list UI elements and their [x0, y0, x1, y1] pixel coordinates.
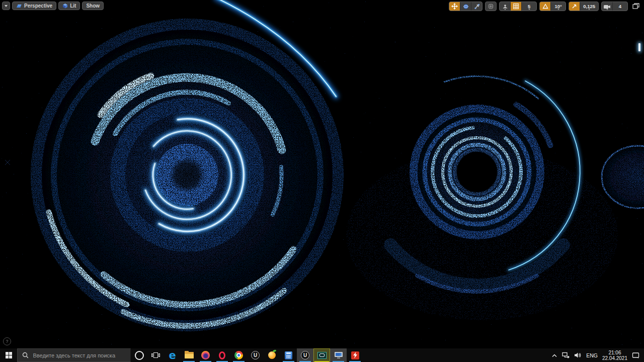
language-indicator[interactable]: ENG — [586, 352, 598, 358]
scale-snap-toggle-button[interactable] — [569, 2, 580, 11]
surface-snap-button[interactable] — [500, 2, 511, 11]
grid-icon — [513, 4, 519, 9]
chrome-icon — [234, 351, 243, 359]
tray-time: 21:06 — [602, 350, 627, 355]
grid-snap-value[interactable]: 5 — [522, 2, 536, 11]
taskbar-item-firefox[interactable] — [197, 348, 214, 362]
volume-icon[interactable] — [574, 352, 582, 358]
show-menu-button[interactable]: Show — [82, 2, 104, 10]
move-tool-button[interactable] — [449, 2, 460, 11]
tray-clock[interactable]: 21:06 22.04.2021 — [602, 350, 627, 361]
transform-tools-group — [449, 2, 482, 11]
help-button[interactable]: ? — [3, 337, 11, 345]
search-icon — [22, 352, 28, 358]
lit-cube-icon — [62, 3, 68, 9]
scale-snap-icon — [572, 4, 577, 9]
taskbar-item-fl-studio[interactable] — [264, 348, 280, 362]
grid-snap-group: 5 — [499, 2, 537, 11]
taskbar-item-video-app[interactable] — [330, 348, 347, 362]
taskbar-item-task-view[interactable] — [147, 348, 164, 362]
show-label: Show — [86, 2, 100, 10]
calculator-icon — [285, 351, 292, 359]
perspective-label: Perspective — [24, 2, 52, 10]
rotation-snap-group: 10° — [539, 2, 566, 11]
globe-icon — [488, 3, 494, 10]
scale-tool-icon — [474, 4, 480, 10]
camera-speed-button[interactable] — [602, 2, 613, 11]
taskbar-item-unreal-editor[interactable]: U — [297, 348, 313, 362]
firefox-icon — [201, 351, 210, 359]
taskbar-item-cortana[interactable] — [131, 348, 147, 362]
task-view-icon — [151, 352, 160, 358]
angle-snap-icon — [542, 4, 548, 9]
unreal-engine-icon: U — [251, 351, 260, 359]
help-question-glyph: ? — [6, 339, 8, 344]
taskbar-item-file-explorer[interactable] — [181, 348, 197, 362]
taskbar-item-lightning-app[interactable] — [347, 348, 363, 362]
lightning-app-icon — [351, 351, 359, 359]
taskbar-item-unreal-engine[interactable]: U — [247, 348, 264, 362]
cortana-icon — [135, 351, 144, 360]
scale-snap-value[interactable]: 0,125 — [580, 2, 598, 11]
game-preview-icon — [317, 352, 327, 359]
rotate-tool-icon — [463, 4, 469, 10]
start-button[interactable] — [0, 348, 17, 362]
viewport-options-dropdown[interactable] — [2, 2, 10, 10]
viewport-toolbar-right: 5 10° 0,125 4 — [449, 2, 641, 11]
camera-speed-value[interactable]: 4 — [613, 2, 627, 11]
search-input[interactable] — [32, 352, 126, 359]
lit-mode-button[interactable]: Lit — [58, 2, 80, 10]
lit-label: Lit — [70, 2, 76, 10]
camera-speed-group: 4 — [601, 2, 628, 11]
tray-date: 22.04.2021 — [602, 355, 627, 361]
surface-snap-icon — [502, 4, 508, 9]
scale-tool-button[interactable] — [471, 2, 482, 11]
world-space-toggle-button[interactable] — [486, 2, 496, 11]
windows-taskbar: e U U ENG 21:06 22.04.2021 — [0, 348, 644, 362]
taskbar-item-game-preview[interactable] — [313, 348, 330, 362]
perspective-button[interactable]: Perspective — [12, 2, 56, 10]
taskbar-item-edge[interactable]: e — [164, 348, 181, 362]
rotate-tool-button[interactable] — [460, 2, 471, 11]
grid-snap-toggle-button[interactable] — [511, 2, 522, 11]
network-ethernet-icon[interactable] — [562, 352, 570, 358]
unreal-editor-icon: U — [301, 351, 309, 359]
chevron-down-icon — [5, 5, 8, 7]
restore-viewport-icon — [632, 3, 639, 10]
taskbar-item-calculator[interactable] — [280, 348, 297, 362]
edge-icon: e — [169, 351, 176, 360]
video-app-icon — [335, 352, 343, 358]
taskbar-item-opera[interactable] — [214, 348, 230, 362]
windows-logo-icon — [6, 352, 12, 358]
viewport-3d-scene[interactable] — [0, 0, 644, 348]
coordinate-space-group — [485, 2, 497, 11]
taskbar-search-box[interactable] — [17, 348, 131, 362]
scale-snap-group: 0,125 — [569, 2, 599, 11]
rotation-snap-toggle-button[interactable] — [540, 2, 551, 11]
particle-rings-render — [0, 0, 644, 348]
taskbar-item-chrome[interactable] — [230, 348, 247, 362]
rotation-snap-value[interactable]: 10° — [551, 2, 566, 11]
viewport-toolbar-left: Perspective Lit Show — [2, 2, 104, 10]
fl-studio-icon — [268, 351, 276, 359]
perspective-icon — [16, 4, 22, 9]
bright-arc-fragment — [638, 43, 640, 51]
move-tool-icon — [451, 3, 458, 10]
action-center-icon[interactable] — [632, 352, 640, 359]
restore-viewport-button[interactable] — [630, 3, 641, 10]
system-tray: ENG 21:06 22.04.2021 — [551, 348, 644, 362]
camera-icon — [604, 4, 611, 9]
file-explorer-icon — [185, 352, 194, 358]
opera-icon — [219, 351, 225, 359]
tray-chevron-up-icon[interactable] — [551, 353, 557, 358]
